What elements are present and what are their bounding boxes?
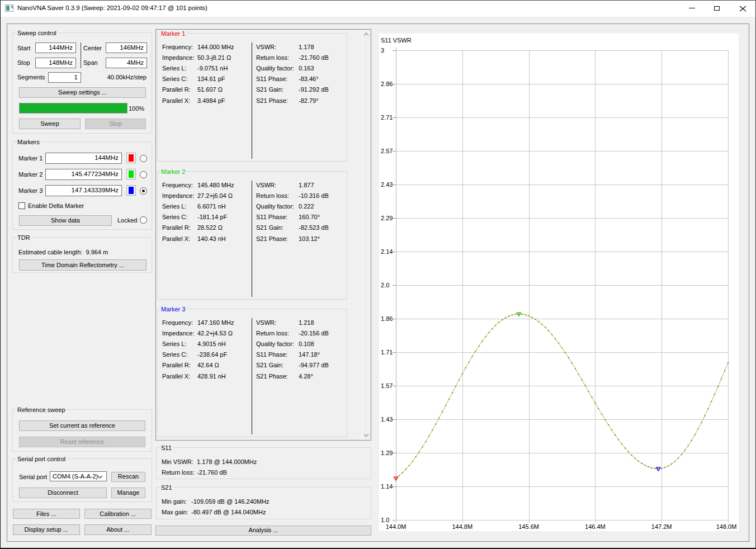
svg-text:S11 VSWR: S11 VSWR	[381, 37, 412, 44]
svg-text:1.43: 1.43	[381, 416, 393, 423]
svg-text:1.29: 1.29	[381, 449, 393, 456]
svg-text:1.14: 1.14	[381, 483, 393, 490]
svg-text:2.43: 2.43	[381, 181, 393, 188]
svg-text:1.0: 1.0	[381, 517, 389, 523]
svg-text:144.8M: 144.8M	[452, 523, 472, 530]
svg-text:144.0M: 144.0M	[386, 523, 407, 530]
svg-text:3: 3	[381, 47, 384, 54]
svg-text:2.71: 2.71	[381, 114, 393, 121]
svg-text:2.57: 2.57	[381, 148, 393, 154]
svg-text:1.71: 1.71	[381, 349, 393, 356]
svg-text:146.4M: 146.4M	[585, 523, 606, 530]
svg-text:1.86: 1.86	[381, 315, 393, 322]
svg-text:2.86: 2.86	[381, 81, 393, 87]
svg-text:2.14: 2.14	[381, 248, 393, 255]
svg-text:148.0M: 148.0M	[716, 523, 737, 530]
svg-text:145.6M: 145.6M	[518, 523, 539, 530]
svg-text:2.29: 2.29	[381, 215, 393, 221]
svg-text:1.57: 1.57	[381, 382, 393, 389]
svg-text:147.2M: 147.2M	[651, 523, 672, 530]
svg-text:2.0: 2.0	[381, 282, 389, 288]
